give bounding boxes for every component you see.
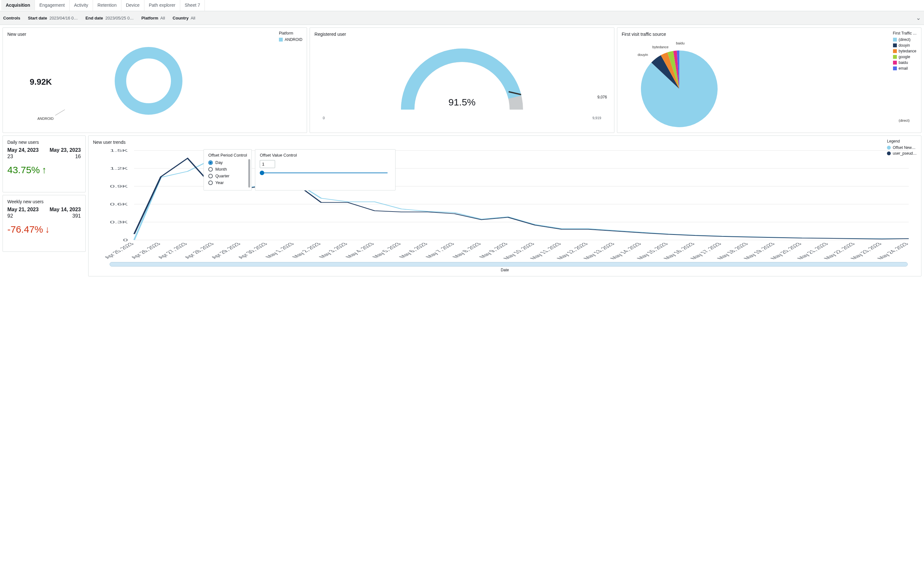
svg-point-0 bbox=[120, 53, 177, 109]
radio-option[interactable]: Month bbox=[208, 167, 247, 172]
panel-title: Weekly new users bbox=[7, 199, 81, 204]
panel-registered-user: Registered user 91.5% 9,076 0 9,919 bbox=[310, 28, 614, 133]
panel-new-user-trends: New user trends Legend Offset New… user_… bbox=[88, 135, 921, 277]
pie-label-douyin: douyin bbox=[638, 53, 648, 57]
gauge-min: 0 bbox=[323, 116, 325, 120]
panel-title: Registered user bbox=[314, 32, 609, 37]
radio-option[interactable]: Day bbox=[208, 160, 247, 165]
kpi-delta: 43.75%↑ bbox=[7, 165, 81, 176]
kpi-val-a: 92 bbox=[7, 213, 13, 219]
pie-label-bytedance: bytedance bbox=[652, 45, 669, 49]
kpi-date-b: May 23, 2023 bbox=[50, 147, 81, 153]
tab-device[interactable]: Device bbox=[121, 0, 144, 11]
sheet-tabs: Acquisition Engagement Activity Retentio… bbox=[0, 0, 924, 11]
gauge-center-value: 91.5% bbox=[448, 97, 475, 108]
tab-retention[interactable]: Retention bbox=[93, 0, 121, 11]
radio-option[interactable]: Quarter bbox=[208, 174, 247, 178]
gauge-chart: 91.5% 9,076 bbox=[314, 39, 609, 116]
offset-period-control: Offset Period Control DayMonthQuarterYea… bbox=[203, 149, 252, 190]
gauge-max: 9,919 bbox=[592, 116, 601, 120]
panel-weekly-new-users: Weekly new users May 21, 2023May 14, 202… bbox=[3, 195, 85, 252]
trends-legend: Legend Offset New… user_pseud… bbox=[887, 139, 917, 157]
bottom-row: Daily new users May 24, 2023May 23, 2023… bbox=[0, 135, 924, 279]
kpi-date-a: May 24, 2023 bbox=[7, 147, 39, 153]
offset-value-slider[interactable] bbox=[260, 173, 388, 173]
radio-option[interactable]: Year bbox=[208, 180, 247, 185]
legend-item[interactable]: user_pseud… bbox=[887, 151, 917, 155]
arrow-up-icon: ↑ bbox=[42, 165, 47, 176]
svg-text:1.5K: 1.5K bbox=[110, 149, 128, 152]
tab-engagement[interactable]: Engagement bbox=[35, 0, 69, 11]
control-title: Offset Value Control bbox=[260, 153, 391, 157]
legend-item[interactable]: Offset New… bbox=[887, 145, 917, 150]
donut-chart: 9.92K ANDROID bbox=[7, 39, 302, 123]
panel-title: First visit traffic source bbox=[622, 32, 917, 37]
svg-text:0.9K: 0.9K bbox=[110, 184, 128, 188]
pie-label-direct: (direct) bbox=[899, 118, 910, 123]
panel-new-user: New user Platform ANDROID 9.92K ANDROID bbox=[3, 28, 307, 133]
legend-title: Legend bbox=[887, 139, 917, 143]
tab-path-explorer[interactable]: Path explorer bbox=[144, 0, 180, 11]
gauge-current: 9,076 bbox=[598, 95, 607, 99]
svg-text:0: 0 bbox=[123, 238, 128, 242]
offset-value-input[interactable] bbox=[260, 160, 275, 168]
donut-center-value: 9.92K bbox=[30, 77, 52, 87]
controls-label: Controls bbox=[3, 16, 20, 20]
panel-daily-new-users: Daily new users May 24, 2023May 23, 2023… bbox=[3, 135, 85, 193]
svg-text:1.2K: 1.2K bbox=[110, 166, 128, 170]
legend-title: Platform bbox=[279, 31, 302, 36]
country-control[interactable]: Country All bbox=[172, 16, 195, 20]
kpi-val-b: 391 bbox=[72, 213, 81, 219]
panel-title: Daily new users bbox=[7, 140, 81, 145]
x-axis-title: Date bbox=[93, 268, 917, 272]
pie-label-baidu: baidu bbox=[676, 41, 685, 45]
scrollbar-icon[interactable] bbox=[248, 159, 250, 188]
chevron-down-icon[interactable]: ⌄ bbox=[916, 14, 921, 22]
svg-text:0.6K: 0.6K bbox=[110, 202, 128, 206]
tab-sheet-7[interactable]: Sheet 7 bbox=[180, 0, 205, 11]
kpi-date-a: May 21, 2023 bbox=[7, 207, 39, 213]
tab-acquisition[interactable]: Acquisition bbox=[1, 0, 35, 11]
donut-slice-label: ANDROID bbox=[37, 117, 54, 120]
controls-bar: Controls Start date 2023/04/16 0… End da… bbox=[0, 11, 924, 25]
start-date-control[interactable]: Start date 2023/04/16 0… bbox=[28, 16, 78, 20]
control-title: Offset Period Control bbox=[208, 153, 247, 157]
kpi-val-b: 16 bbox=[75, 154, 81, 160]
kpi-val-a: 23 bbox=[7, 154, 13, 160]
panel-title: New user bbox=[7, 32, 302, 37]
panel-traffic-source: First visit traffic source First Traffic… bbox=[617, 28, 921, 133]
legend-title: First Traffic … bbox=[893, 31, 917, 36]
tab-activity[interactable]: Activity bbox=[70, 0, 93, 11]
offset-value-control: Offset Value Control bbox=[255, 149, 396, 190]
top-row: New user Platform ANDROID 9.92K ANDROID … bbox=[0, 25, 924, 135]
panel-title: New user trends bbox=[93, 140, 917, 145]
end-date-control[interactable]: End date 2023/05/25 0… bbox=[85, 16, 134, 20]
kpi-date-b: May 14, 2023 bbox=[50, 207, 81, 213]
platform-control[interactable]: Platform All bbox=[141, 16, 165, 20]
pie-chart: douyin bytedance baidu (direct) bbox=[622, 39, 917, 129]
kpi-delta: -76.47%↓ bbox=[7, 224, 81, 235]
arrow-down-icon: ↓ bbox=[45, 224, 50, 235]
horizontal-scrollbar[interactable] bbox=[110, 262, 908, 266]
svg-text:0.3K: 0.3K bbox=[110, 220, 128, 224]
